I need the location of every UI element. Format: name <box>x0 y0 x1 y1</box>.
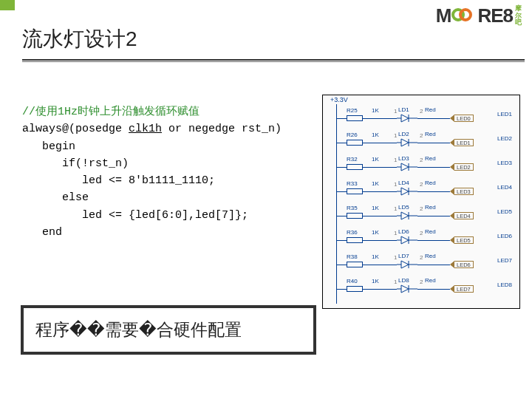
svg-marker-13 <box>401 163 409 171</box>
svg-marker-37 <box>401 261 409 268</box>
schematic-row: R331K1LD42RedLED3LED4 <box>336 183 515 201</box>
led-end-label: LED1 <box>497 111 512 117</box>
diode-label: LD4 <box>398 180 409 186</box>
schematic-row: R321K1LD32RedLED2LED3 <box>336 159 515 177</box>
led-diode-icon <box>397 187 417 196</box>
resistor-value: 1K <box>372 229 379 236</box>
resistor-value: 1K <box>372 278 379 284</box>
resistor-value: 1K <box>372 132 379 138</box>
svg-marker-25 <box>401 212 409 219</box>
resistor-value: 1K <box>372 156 379 163</box>
code-line-2: begin <box>22 140 75 153</box>
logo-cn: 摩 尔 吧 <box>515 5 522 26</box>
svg-marker-19 <box>401 188 409 195</box>
led-diode-icon <box>397 211 417 220</box>
led-diode-icon <box>397 114 417 123</box>
resistor <box>347 164 363 170</box>
resistor <box>347 115 363 121</box>
resistor-label: R32 <box>347 156 358 163</box>
net-label: LED7 <box>450 285 474 293</box>
led-end-label: LED4 <box>497 184 512 191</box>
code-line-6: led <= {led[6:0],led[7]}; <box>22 209 248 222</box>
resistor-label: R40 <box>347 278 358 284</box>
logo-m: M <box>436 4 451 27</box>
red-label: Red <box>425 180 436 186</box>
resistor <box>347 188 363 194</box>
red-label: Red <box>425 155 436 162</box>
code-line-5: else <box>22 191 89 204</box>
pin-2: 2 <box>420 205 423 212</box>
logo-re8: RE8 <box>477 4 513 27</box>
resistor-value: 1K <box>372 253 379 260</box>
logo: M RE8 摩 尔 吧 <box>436 4 522 27</box>
resistor-value: 1K <box>372 107 379 114</box>
schematic-row: R261K1LD22RedLED1LED2 <box>336 134 515 152</box>
vcc-label: +3.3V <box>330 96 348 103</box>
code-line-1c: or negedge rst_n) <box>162 123 282 135</box>
red-label: Red <box>425 106 436 113</box>
net-label: LED2 <box>450 163 474 171</box>
net-label: LED4 <box>450 212 474 219</box>
svg-marker-7 <box>401 139 409 146</box>
led-end-label: LED6 <box>497 233 512 239</box>
diode-label: LD8 <box>398 277 409 284</box>
pin-2: 2 <box>420 157 423 163</box>
red-label: Red <box>425 131 436 137</box>
diode-label: LD3 <box>398 155 409 162</box>
schematic-row: R251K1LD12RedLED0LED1 <box>336 110 515 128</box>
resistor-value: 1K <box>372 205 379 211</box>
schematic-row: R351K1LD52RedLED4LED5 <box>336 208 515 225</box>
svg-marker-1 <box>401 115 409 122</box>
title-block: 流水灯设计2 <box>22 25 532 62</box>
led-diode-icon <box>397 284 417 293</box>
pin-2: 2 <box>420 279 423 285</box>
net-label: LED1 <box>450 139 474 146</box>
resistor <box>347 140 363 146</box>
resistor-value: 1K <box>372 180 379 187</box>
code-line-1a: always@(posedge <box>22 123 129 135</box>
led-end-label: LED8 <box>497 282 512 288</box>
led-diode-icon <box>397 138 417 147</box>
led-end-label: LED5 <box>497 208 512 215</box>
red-label: Red <box>425 228 436 235</box>
red-label: Red <box>425 277 436 284</box>
net-label: LED3 <box>450 188 474 195</box>
led-diode-icon <box>397 260 417 269</box>
led-end-label: LED2 <box>497 135 512 142</box>
resistor <box>347 237 363 243</box>
pin-2: 2 <box>420 132 423 139</box>
net-label: LED6 <box>450 261 474 268</box>
callout-text: 程序��需要�合硬件配置 <box>35 318 301 341</box>
pin-2: 2 <box>420 230 423 236</box>
diode-label: LD2 <box>398 131 409 137</box>
schematic-row: R381K1LD72RedLED6LED7 <box>336 256 515 274</box>
pin-2: 2 <box>420 108 423 115</box>
schematic-row: R401K1LD82RedLED7LED8 <box>336 281 515 299</box>
led-diode-icon <box>397 163 417 171</box>
code-line-7: end <box>22 226 62 239</box>
resistor-label: R25 <box>347 107 358 114</box>
resistor-label: R36 <box>347 229 358 236</box>
svg-marker-43 <box>401 285 409 293</box>
slide-title: 流水灯设计2 <box>22 25 532 53</box>
led-end-label: LED7 <box>497 257 512 264</box>
resistor-label: R35 <box>347 205 358 211</box>
red-label: Red <box>425 204 436 211</box>
code-line-3: if(!rst_n) <box>22 157 129 170</box>
title-rule-1 <box>22 59 525 61</box>
title-rule-2 <box>22 61 525 62</box>
diode-label: LD5 <box>398 204 409 211</box>
resistor <box>347 262 363 267</box>
code-block: //使用1Hz时钟上升沿触发循环赋值 always@(posedge clk1h… <box>22 103 282 241</box>
resistor <box>347 213 363 219</box>
schematic: +3.3V R251K1LD12RedLED0LED1R261K1LD22Red… <box>322 95 520 309</box>
pin-2: 2 <box>420 181 423 188</box>
red-label: Red <box>425 253 436 259</box>
code-line-4: led <= 8'b1111_1110; <box>22 174 215 187</box>
net-label: LED0 <box>450 115 474 122</box>
led-diode-icon <box>397 236 417 245</box>
diode-label: LD7 <box>398 253 409 259</box>
diode-label: LD6 <box>398 228 409 235</box>
led-end-label: LED3 <box>497 160 512 166</box>
diode-label: LD1 <box>398 106 409 113</box>
